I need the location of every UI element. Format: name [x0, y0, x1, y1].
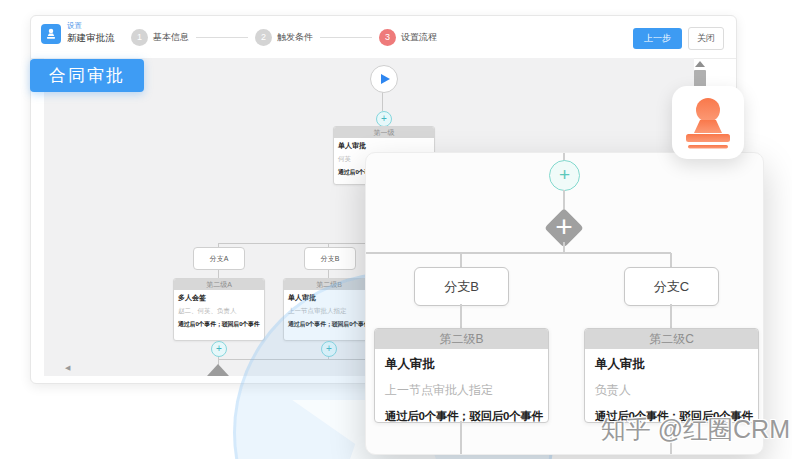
contract-approval-tag: 合同审批	[30, 59, 144, 92]
flow-branch-a[interactable]: 分支A	[193, 247, 245, 270]
connector-line	[460, 253, 462, 267]
step-connector	[196, 37, 248, 38]
wizard-steps: 1 基本信息 2 触发条件 3 设置流程	[131, 16, 437, 58]
close-button[interactable]: 关闭	[688, 27, 724, 50]
flow-branch-b[interactable]: 分支B	[304, 247, 356, 270]
stamp-icon	[45, 28, 57, 40]
step-basic-info[interactable]: 1 基本信息	[131, 29, 189, 46]
add-node-button[interactable]	[321, 341, 337, 357]
stamp-card	[672, 86, 744, 159]
connector-line	[382, 91, 383, 111]
add-node-button[interactable]	[549, 160, 580, 191]
stamp-icon	[686, 97, 730, 149]
flow-node-level2b-zoomed[interactable]: 第二级B 单人审批 上一节点审批人指定 通过后0个事件；驳回后0个事件	[374, 328, 549, 423]
merge-arrow-icon	[207, 364, 229, 376]
previous-step-button[interactable]: 上一步	[633, 28, 682, 49]
add-node-button[interactable]	[211, 341, 227, 357]
plus-icon: +	[550, 214, 578, 242]
connector-line	[670, 253, 672, 267]
wizard-topbar: 设置 新建审批流 1 基本信息 2 触发条件 3 设置流程 上	[31, 16, 736, 59]
connector-line	[670, 304, 672, 328]
add-node-button[interactable]	[376, 111, 392, 127]
flow-node-level2c-zoomed[interactable]: 第二级C 单人审批 负责人 通过后0个事件；驳回后0个事件	[584, 328, 759, 423]
step-2-circle: 2	[255, 29, 272, 46]
connector-line	[460, 304, 462, 328]
play-icon	[381, 74, 390, 84]
connector-line	[366, 252, 671, 254]
step-3-circle-active: 3	[379, 29, 396, 46]
connector-line	[460, 421, 462, 454]
flow-node-level2b[interactable]: 第二级B 单人审批 上一节点审批人指定 通过后0个事件；驳回后0个事件	[283, 278, 375, 341]
page-title: 新建审批流	[67, 32, 115, 45]
scroll-left-icon[interactable]: ◀	[65, 364, 70, 372]
step-connector	[320, 37, 372, 38]
site-watermark: 知乎 @红圈CRM	[601, 413, 790, 446]
step-1-circle: 1	[131, 29, 148, 46]
flow-start-node[interactable]	[370, 65, 398, 93]
branch-c-node[interactable]: 分支C	[624, 267, 719, 306]
branch-b-node[interactable]: 分支B	[414, 267, 509, 306]
zoomed-flow-panel: + 分支B 分支C 第二级B 单人审批 上一节点审批人指定 通过后0个事件；驳回…	[365, 152, 764, 455]
flow-node-level2a[interactable]: 第二级A 多人会签 赵二、何英、负责人 通过后0个事件；驳回后0个事件	[173, 278, 265, 341]
wizard-actions: 上一步 关闭	[633, 27, 724, 50]
step-set-process[interactable]: 3 设置流程	[379, 29, 437, 46]
approval-app-icon	[41, 24, 61, 44]
breadcrumb-category: 设置	[67, 21, 82, 31]
scroll-up-icon[interactable]	[695, 61, 705, 67]
step-trigger-condition[interactable]: 2 触发条件	[255, 29, 313, 46]
screenshot-root: 设置 新建审批流 1 基本信息 2 触发条件 3 设置流程 上	[0, 0, 792, 459]
